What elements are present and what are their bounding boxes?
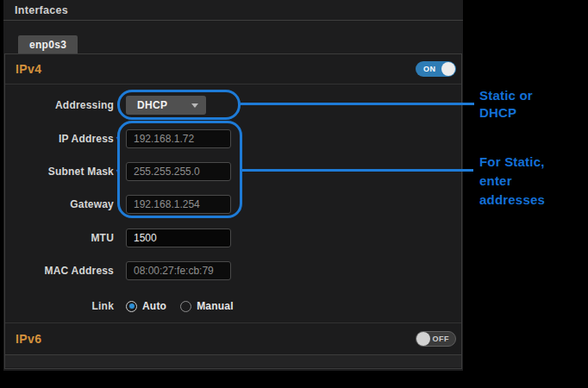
subnet-mask-input[interactable] — [126, 162, 231, 181]
ipv6-toggle-label: OFF — [433, 335, 450, 343]
interface-tabstrip: enp0s3 — [3, 21, 463, 53]
ipv6-section-title: IPv6 — [16, 332, 41, 346]
page-title: Interfaces — [15, 4, 68, 16]
window-header: Interfaces — [3, 0, 463, 21]
toggle-knob-icon — [416, 332, 430, 346]
link-manual-label: Manual — [197, 300, 234, 312]
mac-address-label: MAC Address — [5, 265, 114, 277]
addressing-dropdown[interactable]: DHCP — [126, 96, 206, 115]
mtu-row: MTU — [5, 228, 461, 247]
ip-address-label: IP Address — [5, 133, 114, 145]
callout1-connector-line — [241, 103, 474, 105]
subnet-mask-label: Subnet Mask — [5, 166, 114, 178]
panel-footer — [5, 354, 461, 367]
ip-address-input[interactable] — [126, 129, 231, 148]
ip-address-row: IP Address * — [5, 129, 461, 148]
mac-address-input[interactable] — [126, 261, 231, 280]
interface-settings-panel: IPv4 ON Addressing DHCP IP Address — [4, 53, 462, 369]
gateway-label: Gateway — [5, 198, 114, 210]
toggle-knob-icon — [441, 62, 455, 76]
screenshot-root: Interfaces enp0s3 IPv4 ON Addressing DHC… — [0, 0, 588, 388]
radio-unselected-icon — [180, 301, 191, 312]
addressing-dropdown-value: DHCP — [137, 99, 167, 111]
callout2-connector-line — [242, 169, 473, 172]
gateway-row: Gateway — [5, 195, 461, 214]
ipv4-section-title: IPv4 — [16, 62, 41, 76]
required-marker: * — [114, 168, 126, 176]
link-manual-option[interactable]: Manual — [180, 300, 234, 312]
callout-static-or-dhcp: Static or DHCP — [479, 87, 533, 122]
ipv6-section-header: IPv6 OFF — [5, 322, 461, 354]
ipv6-toggle[interactable]: OFF — [416, 331, 456, 347]
callout-line: addresses — [479, 191, 545, 210]
ipv4-form: Addressing DHCP IP Address * Subnet Mask… — [5, 84, 461, 322]
mac-address-row: MAC Address — [5, 261, 461, 280]
interfaces-window: Interfaces enp0s3 IPv4 ON Addressing DHC… — [3, 0, 463, 371]
callout-for-static: For Static, enter addresses — [479, 153, 545, 210]
callout-line: For Static, — [479, 153, 545, 172]
ipv4-toggle[interactable]: ON — [416, 61, 456, 77]
required-marker: * — [114, 135, 126, 143]
link-label: Link — [5, 300, 114, 312]
callout-line: DHCP — [479, 104, 533, 122]
callout-line: enter — [479, 172, 545, 191]
addressing-row: Addressing DHCP — [5, 96, 461, 115]
ipv4-section-header: IPv4 ON — [5, 54, 461, 84]
tab-enp0s3[interactable]: enp0s3 — [18, 35, 78, 53]
radio-selected-icon — [126, 301, 137, 312]
addressing-label: Addressing — [5, 99, 114, 111]
subnet-mask-row: Subnet Mask * — [5, 162, 461, 181]
dropdown-caret-icon — [191, 103, 198, 108]
link-row: Link Auto Manual — [5, 297, 461, 316]
link-auto-option[interactable]: Auto — [126, 300, 166, 312]
gateway-input[interactable] — [126, 195, 231, 214]
ipv4-toggle-label: ON — [423, 65, 436, 73]
link-auto-label: Auto — [142, 300, 166, 312]
link-radio-group: Auto Manual — [126, 300, 234, 312]
callout-line: Static or — [479, 87, 533, 104]
mtu-input[interactable] — [126, 228, 231, 247]
mtu-label: MTU — [5, 232, 114, 244]
